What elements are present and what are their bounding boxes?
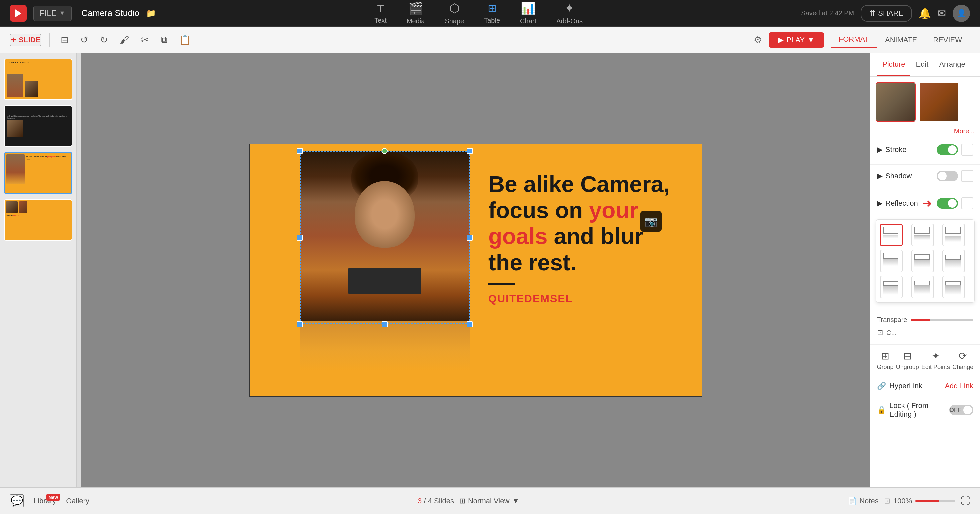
stroke-toggle[interactable] — [937, 144, 958, 155]
action-buttons: ⊞ Group ⊟ Ungroup ✦ Edit Points ⟳ Change — [870, 345, 980, 376]
handle-bottom-middle[interactable] — [382, 321, 388, 327]
tab-edit[interactable]: Edit — [910, 53, 934, 76]
reflection-option-7[interactable] — [880, 276, 903, 298]
handle-bottom-left[interactable] — [297, 321, 303, 327]
group-button[interactable]: ⊞ Group — [877, 350, 894, 371]
user-avatar[interactable]: 👤 — [953, 5, 970, 22]
slide-item-1[interactable]: 1 CAMERA STUDIO — [4, 59, 72, 100]
zoom-slider[interactable] — [915, 500, 955, 502]
tab-arrange[interactable]: Arrange — [934, 53, 970, 76]
handle-top-middle[interactable] — [382, 148, 388, 154]
handle-middle-right[interactable] — [467, 235, 473, 241]
app-icon — [10, 5, 27, 22]
picture-thumbnails — [870, 77, 980, 127]
slide-thumb-3[interactable]: Be alike Camera, focus on your goals and… — [4, 152, 72, 194]
stroke-extra-button[interactable] — [961, 144, 973, 156]
edit-points-button[interactable]: ✦ Edit Points — [921, 350, 950, 371]
tab-format[interactable]: FORMAT — [830, 32, 877, 48]
thumb-photo-4b — [19, 201, 27, 213]
tool-addons[interactable]: ✦ Add-Ons — [556, 2, 583, 25]
handle-top-left[interactable] — [297, 148, 303, 154]
shadow-toggle[interactable] — [937, 171, 958, 181]
tool-media[interactable]: 🎬 Media — [407, 2, 425, 25]
top-bar: FILE ▼ Camera Studio 📁 T Text 🎬 Media ⬡ … — [0, 0, 980, 27]
paste-button[interactable]: 📋 — [177, 32, 194, 48]
thumb-title-1: CAMERA STUDIO — [7, 61, 70, 64]
add-slide-button[interactable]: + SLIDE — [10, 34, 41, 46]
tool-text[interactable]: T Text — [374, 2, 387, 24]
redo-button[interactable]: ↻ — [97, 32, 110, 48]
reflection-option-8[interactable] — [912, 276, 934, 298]
resize-handle[interactable]: ⋮ — [77, 53, 81, 487]
shadow-arrow: ▶ — [877, 172, 883, 180]
view-mode-button[interactable]: ⊞ Normal View ▼ — [459, 496, 519, 505]
hyperlink-label: 🔗 HyperLink — [877, 382, 922, 390]
copy-button[interactable]: ⧉ — [158, 32, 170, 48]
chart-tool-label: Chart — [520, 18, 536, 25]
reflection-option-3[interactable] — [942, 224, 965, 246]
reflection-extra-button[interactable] — [961, 197, 973, 209]
gallery-button[interactable]: Gallery — [66, 496, 89, 505]
pic-thumb-2[interactable] — [919, 82, 959, 122]
tool-table[interactable]: ⊞ Table — [484, 2, 500, 24]
saved-status: Saved at 2:42 PM — [801, 10, 854, 17]
play-button[interactable]: ▶ PLAY ▼ — [768, 32, 824, 48]
edit-points-icon: ✦ — [932, 350, 940, 362]
share-button[interactable]: ⇈ SHARE — [861, 5, 912, 22]
slide-canvas[interactable]: 📷 Be alike Camera, focus on your goals a… — [249, 144, 702, 397]
notifications-button[interactable]: 🔔 — [919, 7, 931, 19]
paint-format-button[interactable]: 🖌 — [117, 32, 132, 48]
reflection-option-1[interactable] — [880, 224, 903, 246]
scissors-button[interactable]: ✂ — [138, 32, 151, 48]
ref-reflection-9 — [945, 285, 961, 295]
library-button[interactable]: Library New — [33, 496, 56, 505]
reflection-toggle[interactable] — [937, 198, 958, 208]
shadow-extra-button[interactable] — [961, 170, 973, 182]
lock-toggle[interactable]: OFF — [949, 405, 973, 415]
slide-item-2[interactable]: 2 Look and think before opening the shut… — [4, 105, 72, 146]
undo-button[interactable]: ↺ — [78, 32, 91, 48]
tab-animate[interactable]: ANIMATE — [877, 32, 925, 48]
reflection-label-text: Reflection — [885, 199, 918, 208]
fullscreen-button[interactable]: ⛶ — [961, 495, 970, 506]
slide-item-4[interactable]: 4 BLURRY FOCUS — [4, 199, 72, 241]
layout-button[interactable]: ⊟ — [58, 32, 71, 48]
change-button[interactable]: ⟳ Change — [952, 350, 973, 371]
file-menu-button[interactable]: FILE ▼ — [33, 6, 72, 21]
slide-thumb-1[interactable]: CAMERA STUDIO — [4, 59, 72, 100]
ungroup-button[interactable]: ⊟ Ungroup — [896, 350, 919, 371]
handle-bottom-right[interactable] — [467, 321, 473, 327]
library-new-badge: New — [46, 494, 60, 501]
tool-shape[interactable]: ⬡ Shape — [445, 2, 464, 25]
reflection-option-6[interactable] — [942, 250, 965, 272]
addons-tool-label: Add-Ons — [556, 18, 583, 25]
reflection-option-5[interactable] — [912, 250, 934, 272]
play-triangle-icon: ▶ — [778, 36, 784, 45]
ref-option-5-inner — [914, 253, 931, 269]
tab-review[interactable]: REVIEW — [925, 32, 970, 48]
slide-text-your: your — [589, 197, 638, 223]
ref-option-4-inner — [883, 253, 900, 269]
selected-image-container[interactable] — [300, 151, 470, 324]
pic-thumb-1-image — [877, 83, 915, 121]
reflection-option-9[interactable] — [942, 276, 965, 298]
ref-option-9-inner — [945, 278, 962, 295]
messages-button[interactable]: ✉ — [938, 7, 946, 19]
slide-text-goals: goals — [488, 223, 548, 249]
handle-top-right[interactable] — [467, 148, 473, 154]
slide-thumb-2[interactable]: Look and think before opening the shutte… — [4, 105, 72, 146]
tool-chart[interactable]: 📊 Chart — [520, 2, 536, 25]
slide-thumb-4[interactable]: BLURRY FOCUS — [4, 199, 72, 241]
reflection-option-4[interactable] — [880, 250, 903, 272]
settings-button[interactable]: ⚙ — [754, 34, 762, 45]
chat-button[interactable]: 💬 — [10, 494, 24, 507]
transparency-slider[interactable] — [911, 319, 973, 321]
tab-picture[interactable]: Picture — [877, 53, 910, 76]
slide-item-3[interactable]: 3 Be alike Camera, focus on your goals a… — [4, 152, 72, 194]
pic-thumb-1[interactable] — [876, 82, 916, 122]
add-link-button[interactable]: Add Link — [945, 382, 973, 390]
more-link[interactable]: More... — [870, 127, 980, 138]
handle-middle-left[interactable] — [297, 235, 303, 241]
reflection-option-2[interactable] — [912, 224, 934, 246]
notes-button[interactable]: 📄 Notes — [848, 496, 878, 505]
